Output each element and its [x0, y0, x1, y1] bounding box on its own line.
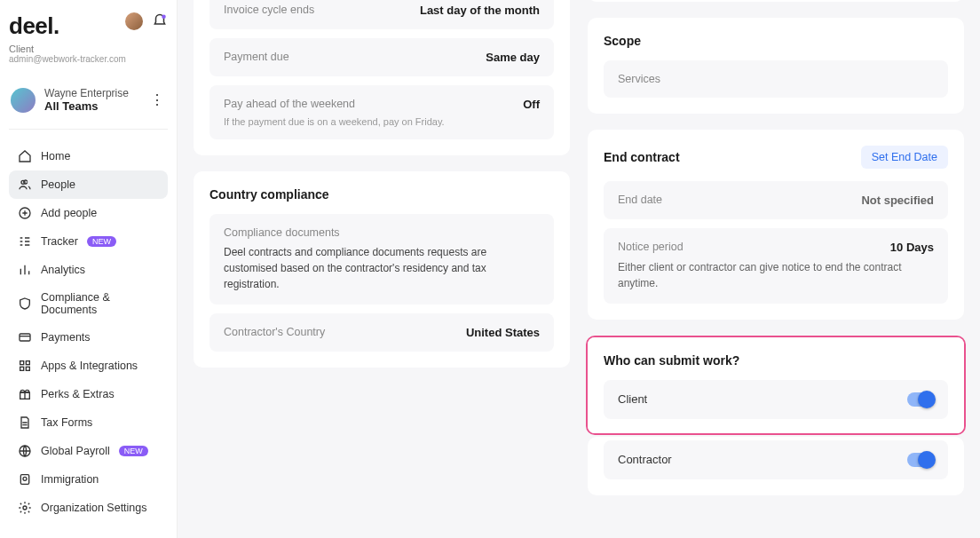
compliance-docs-label: Compliance documents: [224, 226, 340, 239]
kebab-icon[interactable]: ⋮: [150, 91, 164, 108]
passport-icon: [18, 472, 32, 487]
weekend-row: Pay ahead of the weekend Off If the paym…: [209, 85, 554, 139]
end-date-label: End date: [618, 194, 662, 206]
shield-icon: [18, 297, 32, 311]
compliance-docs-desc: Deel contracts and compliance documents …: [224, 244, 540, 292]
notifications-icon[interactable]: [152, 13, 168, 29]
people-icon: [18, 178, 32, 192]
nav-label: Perks & Extras: [41, 388, 115, 400]
nav-label: Tracker: [41, 235, 78, 248]
nav-label: Compliance & Documents: [41, 291, 159, 316]
invoice-cycle-row: Invoice cycle ends Last day of the month: [209, 0, 554, 29]
invoice-cycle-value: Last day of the month: [420, 4, 540, 17]
notice-label: Notice period: [618, 241, 684, 254]
client-toggle[interactable]: [907, 392, 934, 407]
submit-work-card: Who can submit work? Client: [588, 337, 964, 433]
nav-apps[interactable]: Apps & Integrations: [9, 352, 168, 380]
contractor-country-row: Contractor's Country United States: [209, 313, 554, 352]
end-date-value: Not specified: [861, 194, 934, 207]
notice-value: 10 Days: [890, 241, 934, 254]
gear-icon: [18, 501, 32, 515]
payment-due-value: Same day: [486, 51, 540, 64]
home-icon: [18, 149, 32, 163]
new-badge: NEW: [119, 446, 148, 456]
globe-icon: [18, 444, 32, 458]
set-end-date-button[interactable]: Set End Date: [861, 146, 948, 169]
nav-label: Global Payroll: [41, 445, 110, 457]
nav-label: Payments: [41, 331, 91, 344]
account-email: admin@webwork-tracker.com: [9, 54, 168, 64]
svg-point-0: [162, 15, 166, 20]
nav-label: People: [41, 178, 75, 191]
nav-label: Tax Forms: [41, 416, 92, 429]
submit-client-label: Client: [618, 392, 647, 406]
compliance-docs-row: Compliance documents Deel contracts and …: [209, 214, 554, 305]
user-avatar[interactable]: [125, 12, 143, 30]
scope-services-row: Services: [604, 60, 948, 98]
weekend-note: If the payment due is on a weekend, pay …: [224, 116, 445, 127]
org-team: All Teams: [44, 99, 129, 113]
payment-due-label: Payment due: [224, 51, 289, 63]
nav-org-settings[interactable]: Organization Settings: [9, 494, 168, 522]
plus-circle-icon: [18, 206, 32, 220]
document-icon: [18, 415, 32, 430]
nav-label: Immigration: [41, 473, 99, 486]
scope-title: Scope: [604, 34, 948, 48]
end-contract-title: End contract: [604, 150, 680, 164]
svg-point-11: [23, 477, 27, 480]
submit-contractor-label: Contractor: [618, 453, 672, 466]
highlighted-section: Who can submit work? Client: [586, 336, 966, 435]
contractor-country-value: United States: [466, 326, 540, 339]
compliance-card: Country compliance Compliance documents …: [194, 171, 570, 368]
contractor-toggle[interactable]: [907, 453, 934, 467]
scope-card: Scope Services: [588, 18, 964, 114]
scope-card: [588, 0, 964, 2]
tracker-icon: [18, 234, 32, 249]
weekend-value: Off: [523, 98, 540, 111]
nav-tracker[interactable]: TrackerNEW: [9, 227, 168, 256]
nav-label: Apps & Integrations: [41, 360, 138, 372]
nav-analytics[interactable]: Analytics: [9, 256, 168, 284]
svg-rect-10: [20, 475, 28, 485]
compliance-title: Country compliance: [209, 187, 554, 202]
nav-tax[interactable]: Tax Forms: [9, 408, 168, 437]
nav-label: Add people: [41, 207, 97, 219]
contractor-country-label: Contractor's Country: [224, 326, 325, 338]
nav-payments[interactable]: Payments: [9, 323, 168, 352]
svg-rect-3: [20, 334, 30, 341]
nav-add-people[interactable]: Add people: [9, 199, 168, 227]
org-selector[interactable]: Wayne Enterprise All Teams ⋮: [9, 83, 168, 116]
nav-people[interactable]: People: [9, 170, 168, 199]
divider: [9, 129, 168, 130]
payment-settings-card: Invoice cycle ends Last day of the month…: [194, 0, 570, 155]
submit-work-title: Who can submit work?: [604, 353, 948, 368]
submit-client-row: Client: [604, 380, 948, 419]
invoice-cycle-label: Invoice cycle ends: [224, 4, 314, 16]
svg-rect-7: [26, 367, 29, 370]
svg-point-12: [23, 506, 27, 510]
grid-icon: [18, 359, 32, 373]
nav-immigration[interactable]: Immigration: [9, 465, 168, 494]
payment-due-row: Payment due Same day: [209, 38, 554, 76]
nav-label: Organization Settings: [41, 502, 147, 514]
new-badge: NEW: [87, 236, 116, 247]
nav-home[interactable]: Home: [9, 142, 168, 170]
end-contract-card: End contract Set End Date End date Not s…: [588, 130, 964, 320]
svg-rect-6: [20, 367, 24, 370]
role-label: Client: [9, 44, 168, 54]
chart-icon: [18, 263, 32, 277]
submit-contractor-card: Contractor: [588, 437, 964, 495]
gift-icon: [18, 387, 32, 401]
nav-label: Analytics: [41, 264, 85, 276]
scope-services-label: Services: [618, 73, 660, 85]
end-date-row: End date Not specified: [604, 181, 948, 219]
org-name: Wayne Enterprise: [44, 87, 129, 99]
notice-period-row: Notice period 10 Days Either client or c…: [604, 228, 948, 304]
svg-rect-5: [26, 361, 29, 365]
card-icon: [18, 330, 32, 344]
svg-rect-4: [20, 361, 24, 365]
nav-global-payroll[interactable]: Global PayrollNEW: [9, 437, 168, 465]
nav-perks[interactable]: Perks & Extras: [9, 380, 168, 408]
nav-compliance[interactable]: Compliance & Documents: [9, 284, 168, 323]
notice-desc: Either client or contractor can give not…: [618, 259, 934, 291]
